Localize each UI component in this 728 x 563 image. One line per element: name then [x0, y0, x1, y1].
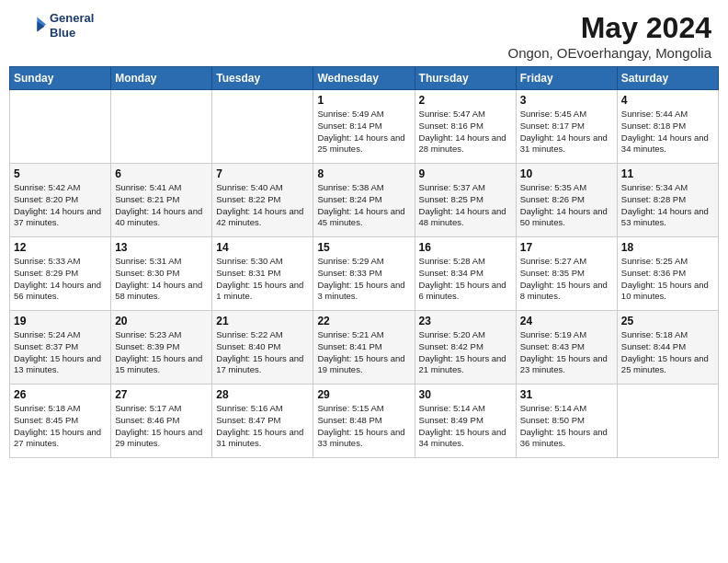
calendar-cell: 22Sunrise: 5:21 AM Sunset: 8:41 PM Dayli… — [313, 311, 415, 385]
calendar-header: SundayMondayTuesdayWednesdayThursdayFrid… — [10, 67, 719, 90]
calendar-cell: 13Sunrise: 5:31 AM Sunset: 8:30 PM Dayli… — [111, 237, 212, 311]
calendar-cell: 16Sunrise: 5:28 AM Sunset: 8:34 PM Dayli… — [415, 237, 516, 311]
cell-info: Sunrise: 5:19 AM Sunset: 8:43 PM Dayligh… — [520, 329, 613, 376]
header: General Blue May 2024 Ongon, OEvoerhanga… — [0, 0, 728, 66]
cell-info: Sunrise: 5:45 AM Sunset: 8:17 PM Dayligh… — [520, 109, 613, 155]
logo: General Blue — [17, 11, 94, 40]
calendar-cell: 9Sunrise: 5:37 AM Sunset: 8:25 PM Daylig… — [415, 164, 516, 237]
weekday-header: Thursday — [415, 67, 516, 90]
day-number: 14 — [216, 241, 309, 254]
day-number: 8 — [317, 167, 410, 180]
calendar-cell: 25Sunrise: 5:18 AM Sunset: 8:44 PM Dayli… — [617, 311, 718, 385]
page: General Blue May 2024 Ongon, OEvoerhanga… — [0, 0, 728, 563]
logo-text: General Blue — [50, 11, 94, 40]
cell-info: Sunrise: 5:34 AM Sunset: 8:28 PM Dayligh… — [621, 182, 714, 229]
day-number: 31 — [520, 388, 613, 401]
logo-icon — [17, 11, 46, 40]
day-number: 21 — [216, 315, 309, 327]
cell-info: Sunrise: 5:21 AM Sunset: 8:41 PM Dayligh… — [317, 329, 410, 376]
cell-info: Sunrise: 5:17 AM Sunset: 8:46 PM Dayligh… — [115, 403, 208, 450]
day-number: 26 — [14, 388, 107, 401]
logo-line1: General — [50, 11, 94, 26]
cell-info: Sunrise: 5:41 AM Sunset: 8:21 PM Dayligh… — [115, 182, 208, 229]
calendar-cell: 26Sunrise: 5:18 AM Sunset: 8:45 PM Dayli… — [10, 385, 111, 458]
calendar-cell: 1Sunrise: 5:49 AM Sunset: 8:14 PM Daylig… — [313, 90, 415, 164]
cell-info: Sunrise: 5:49 AM Sunset: 8:14 PM Dayligh… — [317, 109, 410, 155]
day-number: 27 — [115, 388, 208, 401]
day-number: 23 — [419, 315, 512, 327]
day-number: 6 — [115, 167, 208, 180]
day-number: 16 — [419, 241, 512, 254]
calendar-cell: 4Sunrise: 5:44 AM Sunset: 8:18 PM Daylig… — [617, 90, 718, 164]
calendar-cell: 29Sunrise: 5:15 AM Sunset: 8:48 PM Dayli… — [313, 385, 415, 458]
day-number: 11 — [621, 167, 714, 180]
cell-info: Sunrise: 5:28 AM Sunset: 8:34 PM Dayligh… — [419, 256, 512, 303]
day-number: 20 — [115, 315, 208, 327]
day-number: 12 — [14, 241, 107, 254]
main-title: May 2024 — [507, 11, 711, 45]
day-number: 24 — [520, 315, 613, 327]
calendar-cell: 17Sunrise: 5:27 AM Sunset: 8:35 PM Dayli… — [516, 237, 617, 311]
cell-info: Sunrise: 5:42 AM Sunset: 8:20 PM Dayligh… — [14, 182, 107, 229]
cell-info: Sunrise: 5:22 AM Sunset: 8:40 PM Dayligh… — [216, 329, 309, 376]
calendar-cell: 31Sunrise: 5:14 AM Sunset: 8:50 PM Dayli… — [516, 385, 617, 458]
calendar-cell: 15Sunrise: 5:29 AM Sunset: 8:33 PM Dayli… — [313, 237, 415, 311]
cell-info: Sunrise: 5:23 AM Sunset: 8:39 PM Dayligh… — [115, 329, 208, 376]
day-number: 28 — [216, 388, 309, 401]
cell-info: Sunrise: 5:38 AM Sunset: 8:24 PM Dayligh… — [317, 182, 410, 229]
cell-info: Sunrise: 5:18 AM Sunset: 8:44 PM Dayligh… — [621, 329, 714, 376]
day-number: 5 — [14, 167, 107, 180]
calendar-cell: 11Sunrise: 5:34 AM Sunset: 8:28 PM Dayli… — [617, 164, 718, 237]
calendar-cell: 14Sunrise: 5:30 AM Sunset: 8:31 PM Dayli… — [212, 237, 313, 311]
day-number: 29 — [317, 388, 410, 401]
calendar-cell — [212, 90, 313, 164]
day-number: 17 — [520, 241, 613, 254]
day-number: 10 — [520, 167, 613, 180]
calendar-cell: 18Sunrise: 5:25 AM Sunset: 8:36 PM Dayli… — [617, 237, 718, 311]
day-number: 19 — [14, 315, 107, 327]
calendar-week-row: 12Sunrise: 5:33 AM Sunset: 8:29 PM Dayli… — [10, 237, 719, 311]
cell-info: Sunrise: 5:33 AM Sunset: 8:29 PM Dayligh… — [14, 256, 107, 303]
day-number: 15 — [317, 241, 410, 254]
cell-info: Sunrise: 5:44 AM Sunset: 8:18 PM Dayligh… — [621, 109, 714, 155]
calendar-cell: 27Sunrise: 5:17 AM Sunset: 8:46 PM Dayli… — [111, 385, 212, 458]
calendar-cell: 20Sunrise: 5:23 AM Sunset: 8:39 PM Dayli… — [111, 311, 212, 385]
subtitle: Ongon, OEvoerhangay, Mongolia — [507, 45, 711, 61]
calendar-table: SundayMondayTuesdayWednesdayThursdayFrid… — [9, 66, 719, 458]
weekday-header: Friday — [516, 67, 617, 90]
cell-info: Sunrise: 5:18 AM Sunset: 8:45 PM Dayligh… — [14, 403, 107, 450]
calendar-week-row: 26Sunrise: 5:18 AM Sunset: 8:45 PM Dayli… — [10, 385, 719, 458]
day-number: 18 — [621, 241, 714, 254]
weekday-row: SundayMondayTuesdayWednesdayThursdayFrid… — [10, 67, 719, 90]
calendar-cell — [617, 385, 718, 458]
calendar-cell: 24Sunrise: 5:19 AM Sunset: 8:43 PM Dayli… — [516, 311, 617, 385]
logo-line2: Blue — [50, 26, 94, 40]
calendar-week-row: 19Sunrise: 5:24 AM Sunset: 8:37 PM Dayli… — [10, 311, 719, 385]
cell-info: Sunrise: 5:14 AM Sunset: 8:50 PM Dayligh… — [520, 403, 613, 450]
cell-info: Sunrise: 5:31 AM Sunset: 8:30 PM Dayligh… — [115, 256, 208, 303]
calendar-cell: 21Sunrise: 5:22 AM Sunset: 8:40 PM Dayli… — [212, 311, 313, 385]
cell-info: Sunrise: 5:20 AM Sunset: 8:42 PM Dayligh… — [419, 329, 512, 376]
weekday-header: Saturday — [617, 67, 718, 90]
cell-info: Sunrise: 5:25 AM Sunset: 8:36 PM Dayligh… — [621, 256, 714, 303]
calendar-body: 1Sunrise: 5:49 AM Sunset: 8:14 PM Daylig… — [10, 90, 719, 458]
day-number: 9 — [419, 167, 512, 180]
day-number: 4 — [621, 94, 714, 107]
day-number: 22 — [317, 315, 410, 327]
day-number: 2 — [419, 94, 512, 107]
cell-info: Sunrise: 5:27 AM Sunset: 8:35 PM Dayligh… — [520, 256, 613, 303]
calendar-cell — [111, 90, 212, 164]
cell-info: Sunrise: 5:37 AM Sunset: 8:25 PM Dayligh… — [419, 182, 512, 229]
cell-info: Sunrise: 5:30 AM Sunset: 8:31 PM Dayligh… — [216, 256, 309, 303]
cell-info: Sunrise: 5:14 AM Sunset: 8:49 PM Dayligh… — [419, 403, 512, 450]
calendar-cell: 3Sunrise: 5:45 AM Sunset: 8:17 PM Daylig… — [516, 90, 617, 164]
calendar-cell: 30Sunrise: 5:14 AM Sunset: 8:49 PM Dayli… — [415, 385, 516, 458]
calendar-cell: 5Sunrise: 5:42 AM Sunset: 8:20 PM Daylig… — [10, 164, 111, 237]
day-number: 25 — [621, 315, 714, 327]
calendar-cell: 12Sunrise: 5:33 AM Sunset: 8:29 PM Dayli… — [10, 237, 111, 311]
calendar-cell: 2Sunrise: 5:47 AM Sunset: 8:16 PM Daylig… — [415, 90, 516, 164]
day-number: 13 — [115, 241, 208, 254]
weekday-header: Monday — [111, 67, 212, 90]
weekday-header: Wednesday — [313, 67, 415, 90]
calendar-week-row: 1Sunrise: 5:49 AM Sunset: 8:14 PM Daylig… — [10, 90, 719, 164]
